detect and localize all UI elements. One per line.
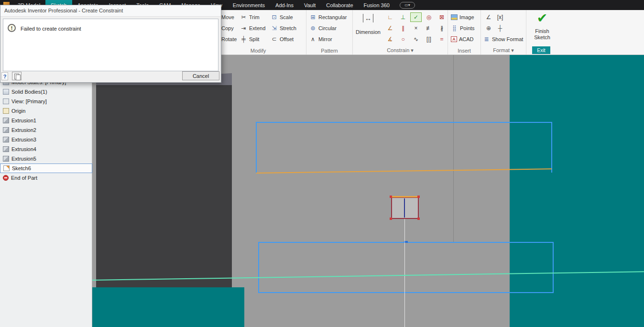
panel-label-constrain[interactable]: Constrain ▾ [353,47,448,54]
panel-pattern: ⊞Rectangular ⊚Circular ∧Mirror Pattern [306,10,353,54]
mirror-button[interactable]: ∧Mirror [309,34,332,44]
tab-add-ins[interactable]: Add-Ins [270,0,299,10]
finish-sketch-button[interactable]: ✔ FinishSketch [526,10,558,44]
model-face-dark[interactable] [96,85,232,287]
horizontal-constraint-button[interactable]: × [410,23,422,33]
show-format-icon: ≣ [483,36,490,43]
browser-item-origin[interactable]: Origin [0,106,92,116]
coincident-constraint-button[interactable]: ∟ [384,12,396,22]
extrusion-icon [3,146,9,152]
sketch-rectangle-top[interactable] [256,122,552,173]
tab-environments[interactable]: Environments [228,0,270,10]
dialog-message-area: ! Failed to create constraint [3,19,218,71]
sketch-small-rectangle[interactable] [391,197,419,219]
split-icon: ╪ [240,36,247,43]
panel-label-format[interactable]: Format ▾ [481,47,526,54]
construction-line-button[interactable]: ∠ [483,12,494,22]
extrusion-icon [3,127,9,133]
panel-exit: ✔ FinishSketch Exit [526,10,558,54]
warning-icon: ! [8,24,16,32]
sketch-rectangle-bottom[interactable] [258,242,554,293]
smooth-constraint-button[interactable]: ≢ [423,23,435,33]
dialog-message: Failed to create constraint [21,26,81,32]
collinear-constraint-button[interactable]: ∦ [436,23,448,33]
browser-item-extrusion2[interactable]: Extrusion2 [0,125,92,135]
scale-icon: ⊡ [271,14,278,21]
finish-check-icon: ✔ [526,11,558,25]
extrusion-icon [3,118,9,123]
sketch-vertex-dot[interactable] [417,218,420,220]
model-browser: Model States: [Primary] Solid Bodies(1) … [0,55,92,327]
panel-insert: Image ⣿Points AACAD Insert [448,10,481,54]
origin-icon [3,108,9,114]
sketch-small-rect-centerline[interactable] [404,198,405,218]
points-icon: ⣿ [451,25,458,32]
extend-button[interactable]: ⇥Extend [240,23,265,33]
show-format-button[interactable]: ≣Show Format [483,34,523,44]
symmetric-constraint-button[interactable]: [|] [423,34,435,44]
extrusion-icon [3,156,9,162]
viewport-background[interactable] [92,287,244,327]
rectangular-pattern-icon: ⊞ [309,14,317,21]
browser-item-view-primary[interactable]: View: [Primary] [0,97,92,106]
acad-icon: A [451,36,457,42]
image-button[interactable]: Image [451,12,474,22]
acad-button[interactable]: AACAD [451,34,474,44]
stretch-button[interactable]: ⇲Stretch [271,23,296,33]
parallel-constraint-button[interactable]: ∥ [397,23,409,33]
dimension-icon: ↔ [363,14,373,22]
panel-label-pattern: Pattern [306,48,352,54]
sketch-icon [3,165,10,171]
vertical-constraint-button[interactable]: ✓ [410,12,422,22]
circular-pattern-icon: ⊚ [309,25,317,32]
offset-button[interactable]: ⊂Offset [271,34,294,44]
browser-item-extrusion3[interactable]: Extrusion3 [0,135,92,144]
tab-fusion-360[interactable]: Fusion 360 [359,0,395,10]
help-button[interactable]: ? [1,72,8,80]
browser-item-end-of-part[interactable]: End of Part [0,173,92,183]
split-button[interactable]: ╪Split [240,34,259,44]
dialog-title: Autodesk Inventor Professional - Create … [0,5,221,17]
browser-item-extrusion5[interactable]: Extrusion5 [0,154,92,164]
tab-collaborate[interactable]: Collaborate [321,0,358,10]
cancel-button[interactable]: Cancel [182,71,219,80]
trim-button[interactable]: ✂Trim [240,12,260,22]
sketch-vertex-dot[interactable] [417,196,420,198]
centerline-button[interactable]: ⊕ [483,23,494,33]
midpoint-constraint-button[interactable]: ∠ [384,23,396,33]
fusion-360-dropdown-icon[interactable]: ▭▾ [400,2,415,9]
circular-pattern-button[interactable]: ⊚Circular [309,23,337,33]
driven-dimension-button[interactable]: [x] [494,12,506,22]
copy-button[interactable] [12,72,22,80]
scale-button[interactable]: ⊡Scale [271,12,293,22]
end-of-part-icon [3,175,9,181]
browser-item-solid-bodies[interactable]: Solid Bodies(1) [0,87,92,97]
sketch-vertex-dot[interactable] [390,218,392,220]
browser-item-extrusion1[interactable]: Extrusion1 [0,116,92,125]
sketch-small-rect-top-edge[interactable] [391,196,419,197]
panel-modify: ↔Move ⧉Copy ↻Rotate ✂Trim ⇥Extend ╪Split… [210,10,306,54]
offset-icon: ⊂ [271,36,278,43]
mirror-icon: ∧ [309,36,317,43]
concentric-constraint-button[interactable]: ◎ [423,12,435,22]
equal-constraint-button[interactable]: = [436,34,448,44]
center-point-button[interactable]: ┼ [494,23,506,33]
sketch-projection-line[interactable] [404,219,405,327]
spline-smooth-constraint-button[interactable]: ∿ [410,34,422,44]
sketch-vertex-dot[interactable] [390,196,392,198]
exit-button[interactable]: Exit [532,46,550,54]
fix-constraint-button[interactable]: ⊠ [436,12,448,22]
tab-vault[interactable]: Vault [299,0,321,10]
rectangular-pattern-button[interactable]: ⊞Rectangular [309,12,347,22]
perpendicular-constraint-button[interactable]: ⊥ [397,12,409,22]
points-button[interactable]: ⣿Points [451,23,475,33]
angle-constraint-button[interactable]: ∡ [384,34,396,44]
modeling-viewport[interactable] [92,55,644,327]
tangent-constraint-button[interactable]: ○ [397,34,409,44]
panel-format: ∠ [x] ⊕ ┼ ≣Show Format Format ▾ [481,10,526,54]
browser-item-sketch6[interactable]: Sketch6 [0,164,92,173]
panel-constrain: ↔ Dimension ∟ ⊥ ✓ ◎ ⊠ ∠ ∥ × ≢ ∦ ∡ ○ ∿ [|… [353,10,448,54]
dimension-button[interactable]: ↔ Dimension [355,12,382,43]
extend-icon: ⇥ [240,25,247,32]
browser-item-extrusion4[interactable]: Extrusion4 [0,144,92,154]
